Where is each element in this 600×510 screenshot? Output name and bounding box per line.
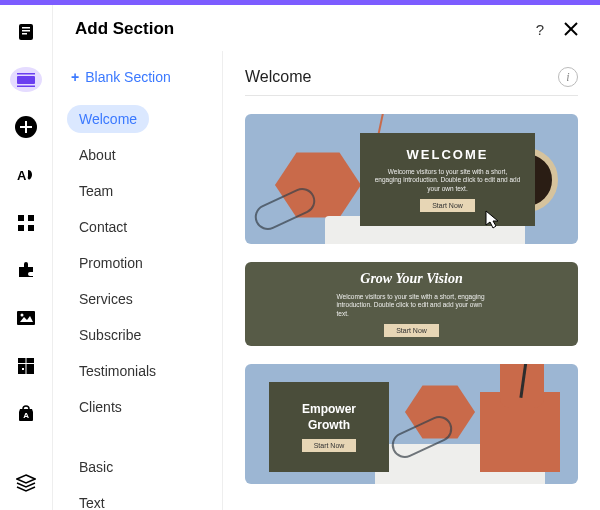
svg-rect-14 xyxy=(28,225,34,231)
template-card-1[interactable]: WELCOME Welcome visitors to your site wi… xyxy=(245,114,578,244)
template-1-desc: Welcome visitors to your site with a sho… xyxy=(374,168,521,193)
template-1-button: Start Now xyxy=(420,199,475,212)
svg-text:A: A xyxy=(23,411,29,420)
rail-apps-icon[interactable] xyxy=(10,210,42,236)
template-2-desc: Welcome visitors to your site with a sho… xyxy=(337,293,487,318)
template-1-overlay: WELCOME Welcome visitors to your site wi… xyxy=(360,133,535,226)
cat-item-services[interactable]: Services xyxy=(67,285,145,313)
cat-item-subscribe[interactable]: Subscribe xyxy=(67,321,153,349)
rail-data-icon[interactable] xyxy=(10,353,42,379)
svg-rect-4 xyxy=(17,76,35,84)
cat-item-welcome[interactable]: Welcome xyxy=(67,105,149,133)
rail-plugins-icon[interactable] xyxy=(10,258,42,284)
panel-title: Add Section xyxy=(75,19,174,39)
svg-rect-3 xyxy=(22,33,27,35)
svg-rect-12 xyxy=(28,215,34,221)
svg-rect-13 xyxy=(18,225,24,231)
panel-header: Add Section ? xyxy=(53,5,600,51)
template-1-title: WELCOME xyxy=(407,147,489,162)
cat-item-team[interactable]: Team xyxy=(67,177,125,205)
blank-section-label: Blank Section xyxy=(85,69,171,85)
rail-media-icon[interactable] xyxy=(10,305,42,331)
svg-rect-2 xyxy=(22,30,30,32)
svg-text:A: A xyxy=(17,168,27,183)
rail-layers-icon[interactable] xyxy=(10,470,42,496)
rail-theme-icon[interactable]: A xyxy=(10,162,42,188)
svg-rect-0 xyxy=(19,24,33,40)
add-section-panel: Add Section ? + Blank Section Welcome Ab… xyxy=(52,5,600,510)
cat-item-basic[interactable]: Basic xyxy=(67,453,125,481)
rail-sections-icon[interactable] xyxy=(10,67,42,93)
blank-section-button[interactable]: + Blank Section xyxy=(67,63,212,89)
svg-rect-6 xyxy=(17,85,35,87)
template-3-title: Empower Growth xyxy=(283,402,375,433)
template-card-2[interactable]: Grow Your Vision Welcome visitors to you… xyxy=(245,262,578,346)
svg-rect-20 xyxy=(26,358,27,374)
rail-pages-icon[interactable] xyxy=(10,19,42,45)
cat-item-text[interactable]: Text xyxy=(67,489,117,510)
category-list: + Blank Section Welcome About Team Conta… xyxy=(53,51,223,510)
svg-rect-15 xyxy=(17,311,35,325)
svg-marker-23 xyxy=(17,475,35,483)
template-card-3[interactable]: Empower Growth Start Now xyxy=(245,364,578,484)
svg-rect-1 xyxy=(22,27,30,29)
svg-rect-11 xyxy=(18,215,24,221)
rail-store-icon[interactable]: A xyxy=(10,401,42,427)
rail-add-icon[interactable] xyxy=(10,114,42,140)
template-2-button: Start Now xyxy=(384,324,439,337)
svg-rect-21 xyxy=(22,368,24,370)
cat-item-clients[interactable]: Clients xyxy=(67,393,134,421)
cat-item-testimonials[interactable]: Testimonials xyxy=(67,357,168,385)
info-icon[interactable]: i xyxy=(558,67,578,87)
svg-rect-9 xyxy=(20,126,32,128)
cat-item-promotion[interactable]: Promotion xyxy=(67,249,155,277)
plus-icon: + xyxy=(71,69,79,85)
template-2-title: Grow Your Vision xyxy=(360,271,462,287)
cat-item-contact[interactable]: Contact xyxy=(67,213,139,241)
cat-item-about[interactable]: About xyxy=(67,141,128,169)
template-3-button: Start Now xyxy=(302,439,357,452)
template-3-overlay: Empower Growth Start Now xyxy=(269,382,389,472)
left-rail: A A xyxy=(0,5,52,510)
content-header: Welcome i xyxy=(245,67,578,96)
close-icon[interactable] xyxy=(564,22,578,36)
content-title: Welcome xyxy=(245,68,311,86)
svg-rect-5 xyxy=(17,73,35,75)
templates-content: Welcome i WELCOME Welcome visitors to yo xyxy=(223,51,600,510)
help-icon[interactable]: ? xyxy=(536,21,544,38)
svg-point-17 xyxy=(21,314,24,317)
